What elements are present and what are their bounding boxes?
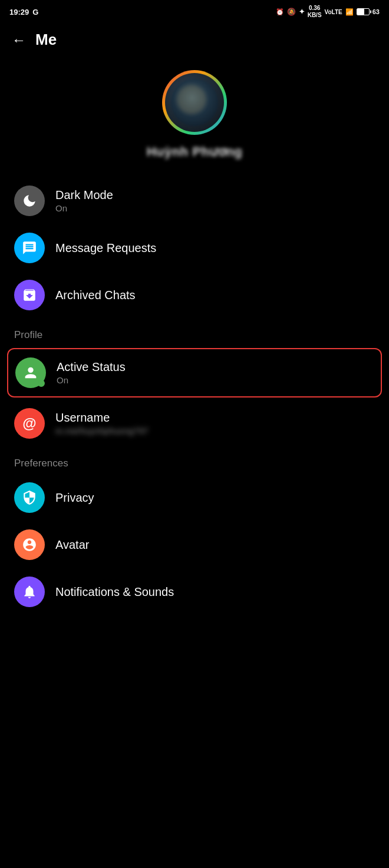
archived-chats-label: Archived Chats: [55, 289, 136, 302]
avatar-text: Avatar: [55, 538, 89, 552]
back-button[interactable]: ←: [12, 32, 26, 48]
dark-mode-text: Dark Mode On: [55, 188, 113, 213]
carrier-display: G: [32, 8, 38, 16]
menu-item-avatar[interactable]: Avatar: [0, 521, 389, 568]
username-sublabel: m.me/huynhphuong797: [55, 426, 149, 436]
avatar[interactable]: [162, 70, 227, 135]
menu-item-active-status[interactable]: Active Status On: [7, 348, 382, 397]
data-speed: 0.36KB/S: [308, 5, 322, 19]
menu-list: Dark Mode On Message Requests Archived C…: [0, 177, 389, 627]
avatar-label: Avatar: [55, 538, 89, 552]
menu-item-username[interactable]: @ Username m.me/huynhphuong797: [0, 400, 389, 447]
menu-item-notifications[interactable]: Notifications & Sounds: [0, 568, 389, 615]
privacy-label: Privacy: [55, 491, 94, 505]
notifications-text: Notifications & Sounds: [55, 585, 174, 599]
active-status-text: Active Status On: [57, 360, 126, 385]
privacy-icon: [14, 482, 45, 513]
status-right: ⏰ 🔕 ✦ 0.36KB/S VoLTE 📶 63: [276, 5, 380, 19]
privacy-text: Privacy: [55, 491, 94, 505]
menu-item-message-requests[interactable]: Message Requests: [0, 224, 389, 271]
alarm-icon: ⏰: [276, 8, 284, 16]
time-display: 19:29: [9, 8, 29, 16]
status-bar: 19:29 G ⏰ 🔕 ✦ 0.36KB/S VoLTE 📶 63: [0, 0, 389, 24]
battery-percent: 63: [372, 8, 380, 15]
message-requests-text: Message Requests: [55, 241, 156, 255]
profile-name: Huỳnh Phương: [147, 144, 243, 160]
battery-icon: [357, 8, 370, 15]
username-label: Username: [55, 411, 149, 425]
dark-mode-label: Dark Mode: [55, 188, 113, 202]
message-requests-label: Message Requests: [55, 241, 156, 255]
notifications-label: Notifications & Sounds: [55, 585, 174, 599]
message-requests-icon: [14, 233, 45, 263]
svg-point-0: [28, 367, 33, 373]
avatar-settings-icon: [14, 529, 45, 560]
battery-fill: [357, 9, 365, 15]
bluetooth-icon: ✦: [299, 8, 305, 16]
volte-icon: VoLTE: [325, 9, 342, 15]
mute-icon: 🔕: [287, 8, 296, 16]
menu-item-dark-mode[interactable]: Dark Mode On: [0, 177, 389, 224]
page-header: ← Me: [0, 24, 389, 58]
avatar-image: [165, 73, 224, 132]
page-title: Me: [35, 31, 57, 49]
profile-section: Huỳnh Phương: [0, 58, 389, 177]
active-status-icon: [15, 357, 46, 388]
username-text: Username m.me/huynhphuong797: [55, 411, 149, 436]
notifications-icon: [14, 577, 45, 607]
archived-chats-icon: [14, 280, 45, 310]
archived-chats-text: Archived Chats: [55, 289, 136, 302]
active-status-label: Active Status: [57, 360, 126, 374]
profile-section-header: Profile: [0, 319, 389, 346]
username-icon: @: [14, 408, 45, 439]
dark-mode-sublabel: On: [55, 203, 113, 213]
menu-item-privacy[interactable]: Privacy: [0, 474, 389, 521]
menu-item-archived-chats[interactable]: Archived Chats: [0, 271, 389, 319]
active-status-sublabel: On: [57, 375, 126, 385]
dark-mode-icon: [14, 185, 45, 216]
status-left: 19:29 G: [9, 8, 38, 16]
preferences-section-header: Preferences: [0, 447, 389, 474]
signal-icon: 📶: [345, 8, 354, 16]
